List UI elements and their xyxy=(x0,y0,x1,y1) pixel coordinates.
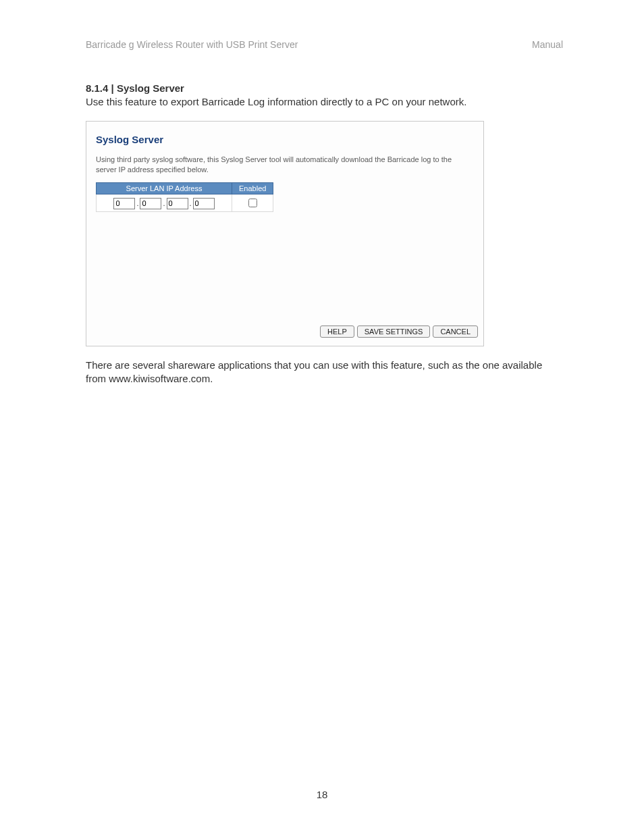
ip-octet-1[interactable] xyxy=(113,198,135,209)
section-heading: 8.1.4 | Syslog Server Use this feature t… xyxy=(86,82,563,109)
panel-title: Syslog Server xyxy=(92,134,478,145)
ip-separator: . xyxy=(136,199,138,207)
save-settings-button[interactable]: SAVE SETTINGS xyxy=(357,325,431,338)
ip-octet-4[interactable] xyxy=(193,198,215,209)
ip-separator: . xyxy=(163,199,165,207)
after-text: There are several shareware applications… xyxy=(86,359,558,386)
table-row: ... xyxy=(97,194,273,211)
syslog-config-panel: Syslog Server Using third party syslog s… xyxy=(86,121,484,346)
ip-separator: . xyxy=(190,199,192,207)
panel-description: Using third party syslog software, this … xyxy=(92,145,478,182)
enabled-cell xyxy=(232,194,273,211)
section-title: 8.1.4 | Syslog Server xyxy=(86,82,563,94)
column-header-enabled: Enabled xyxy=(232,182,273,194)
ip-address-cell: ... xyxy=(97,194,232,211)
ip-octet-3[interactable] xyxy=(167,198,188,209)
header-manual: Manual xyxy=(532,39,563,50)
header-product: Barricade g Wireless Router with USB Pri… xyxy=(86,39,298,50)
enabled-checkbox[interactable] xyxy=(248,199,257,207)
button-row: HELP SAVE SETTINGS CANCEL xyxy=(86,325,483,338)
page-header: Barricade g Wireless Router with USB Pri… xyxy=(86,39,563,50)
config-table: Server LAN IP Address Enabled ... xyxy=(96,182,273,212)
page-number: 18 xyxy=(0,789,644,800)
help-button[interactable]: HELP xyxy=(320,325,354,338)
cancel-button[interactable]: CANCEL xyxy=(433,325,478,338)
column-header-ip: Server LAN IP Address xyxy=(97,182,232,194)
spacer xyxy=(92,212,478,325)
section-description: Use this feature to export Barricade Log… xyxy=(86,95,563,109)
ip-octet-2[interactable] xyxy=(140,198,161,209)
